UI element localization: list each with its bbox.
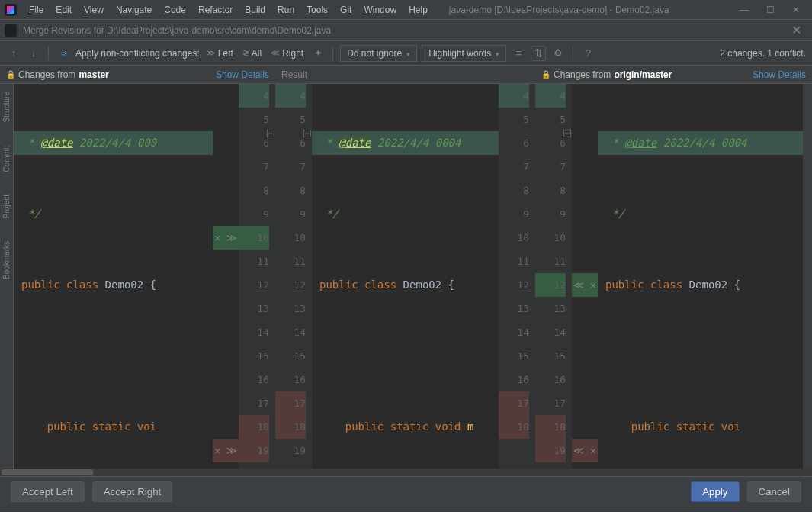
diff-pane-right[interactable]: 4567891011121314151617181920 ≪ ✕ ≪ ✕ * @… — [535, 84, 803, 469]
app-logo-icon — [5, 4, 17, 16]
mid-code[interactable]: * @date 2022/4/4 0004 */ public class De… — [312, 84, 499, 469]
side-tab-bookmarks[interactable]: Bookmarks — [2, 241, 11, 279]
left-actions-gutter: ✕ ≫ ✕ ≫ — [213, 84, 239, 469]
accept-right-button[interactable]: Accept Right — [92, 481, 173, 502]
right-header-label: Changes from — [554, 69, 611, 80]
side-tab-commit[interactable]: Commit — [2, 146, 11, 172]
menu-git[interactable]: Git — [334, 2, 358, 18]
wand-icon[interactable]: ✦ — [310, 46, 326, 61]
left-branch: master — [79, 69, 108, 80]
menu-bar: File Edit View Navigate Code Refactor Bu… — [0, 0, 812, 20]
right-branch: origin/master — [614, 69, 672, 80]
dialog-button-bar: Accept Left Accept Right Apply Cancel — [0, 476, 812, 507]
horizontal-scrollbar[interactable] — [0, 469, 812, 476]
collapse-icon[interactable]: ≡ — [511, 46, 526, 61]
apply-left-button[interactable]: ≫Left — [204, 47, 236, 60]
tab-icon — [5, 24, 17, 37]
apply-button[interactable]: Apply — [691, 481, 739, 502]
magic-resolve-icon[interactable]: ⨳ — [56, 46, 71, 61]
lock-icon: 🔒 — [6, 70, 15, 79]
merge-status: 2 changes. 1 conflict. — [720, 48, 806, 59]
menu-navigate[interactable]: Navigate — [110, 2, 158, 18]
status-bar: Updating... 20:33 CRLF UTF-8 4 spaces ⚠ … — [0, 507, 812, 512]
left-tool-window-stripe[interactable]: Structure Commit Project Bookmarks — [0, 84, 14, 469]
menu-edit[interactable]: Edit — [50, 2, 78, 18]
fold-icon[interactable]: — — [267, 130, 274, 137]
menu-run[interactable]: Run — [271, 2, 300, 18]
arrow-up-icon[interactable]: ↑ — [6, 46, 21, 61]
highlight-dropdown[interactable]: Highlight words — [422, 45, 506, 62]
cancel-button[interactable]: Cancel — [747, 481, 802, 502]
accept-left-button[interactable]: Accept Left — [11, 481, 85, 502]
menu-build[interactable]: Build — [239, 2, 271, 18]
gear-icon[interactable]: ⚙ — [550, 46, 566, 61]
reject-apply-left[interactable]: ✕ ≫ — [213, 226, 239, 250]
left-header-label: Changes from — [18, 69, 75, 80]
sync-scroll-icon[interactable]: ⇅ — [531, 46, 546, 61]
mid-pane-header: Result — [275, 66, 535, 83]
separator — [332, 47, 333, 60]
fold-icon[interactable]: — — [563, 130, 571, 137]
window-maximize-icon[interactable]: ☐ — [757, 2, 783, 18]
menu-window[interactable]: Window — [358, 2, 403, 18]
side-tab-project[interactable]: Project — [2, 195, 11, 218]
help-icon[interactable]: ? — [580, 46, 595, 61]
menu-refactor[interactable]: Refactor — [192, 2, 239, 18]
diff-body: Structure Commit Project Bookmarks * @da… — [0, 84, 812, 469]
right-pane-header: 🔒 Changes from origin/master Show Detail… — [535, 66, 812, 83]
merge-toolbar: ↑ ↓ ⨳ Apply non-conflicting changes: ≫Le… — [0, 41, 812, 66]
chevrons-both-icon: ≷ — [242, 48, 249, 58]
apply-right-button[interactable]: ≪Right — [268, 47, 306, 60]
right-actions-gutter: ≪ ✕ ≪ ✕ — [572, 84, 598, 469]
arrow-down-icon[interactable]: ↓ — [26, 46, 41, 61]
menu-tools[interactable]: Tools — [300, 2, 334, 18]
chevron-down-icon — [496, 48, 499, 59]
apply-reject-right[interactable]: ≪ ✕ — [572, 439, 598, 462]
left-code[interactable]: * @date 2022/4/4 000 */ public class Dem… — [14, 84, 213, 469]
chevrons-right-icon: ≪ — [271, 48, 280, 58]
menu-help[interactable]: Help — [403, 2, 434, 18]
menu-file[interactable]: File — [23, 2, 50, 18]
fold-icon[interactable]: — — [303, 130, 311, 137]
side-tab-structure[interactable]: Structure — [2, 92, 11, 123]
chevron-down-icon — [406, 48, 410, 59]
right-code[interactable]: * @date 2022/4/4 0004 */ public class De… — [598, 84, 803, 469]
window-close-icon[interactable]: ✕ — [783, 2, 809, 18]
apply-all-button[interactable]: ≷All — [240, 47, 264, 60]
window-minimize-icon[interactable]: — — [731, 2, 757, 18]
menu-code[interactable]: Code — [158, 2, 192, 18]
diff-pane-left[interactable]: * @date 2022/4/4 000 */ public class Dem… — [14, 84, 275, 469]
scrollbar-thumb[interactable] — [2, 469, 93, 475]
right-gutter-stripe — [803, 84, 812, 469]
pane-headers: 🔒 Changes from master Show Details Resul… — [0, 66, 812, 84]
mid-right-gutter: 456789101112131415161718 — [499, 84, 535, 469]
left-pane-header: 🔒 Changes from master Show Details — [0, 66, 275, 83]
right-show-details[interactable]: Show Details — [753, 69, 806, 80]
apply-reject-right[interactable]: ≪ ✕ — [572, 273, 598, 297]
lock-icon: 🔒 — [541, 70, 550, 79]
window-title: java-demo [D:\IdeaProjects\java-demo] - … — [449, 5, 731, 15]
tab-close-icon[interactable]: ✕ — [785, 20, 807, 40]
menu-view[interactable]: View — [78, 2, 110, 18]
reject-apply-left[interactable]: ✕ ≫ — [213, 439, 239, 462]
editor-tab-bar: Merge Revisions for D:\IdeaProjects\java… — [0, 20, 812, 41]
chevrons-left-icon: ≫ — [207, 48, 216, 58]
diff-pane-result[interactable]: 4567891011121314151617181920 * @date 202… — [275, 84, 535, 469]
ignore-dropdown[interactable]: Do not ignore — [340, 45, 417, 62]
mid-header-label: Result — [281, 69, 307, 80]
apply-nonconflicting-label: Apply non-conflicting changes: — [75, 48, 200, 59]
right-gutter: 4567891011121314151617181920 — [535, 84, 572, 469]
mid-left-gutter: 4567891011121314151617181920 — [275, 84, 312, 469]
separator — [573, 47, 573, 60]
left-show-details[interactable]: Show Details — [216, 69, 269, 80]
left-gutter: 4567891011121314151617181920 — [239, 84, 275, 469]
separator — [48, 47, 49, 60]
tab-title: Merge Revisions for D:\IdeaProjects\java… — [23, 25, 785, 36]
